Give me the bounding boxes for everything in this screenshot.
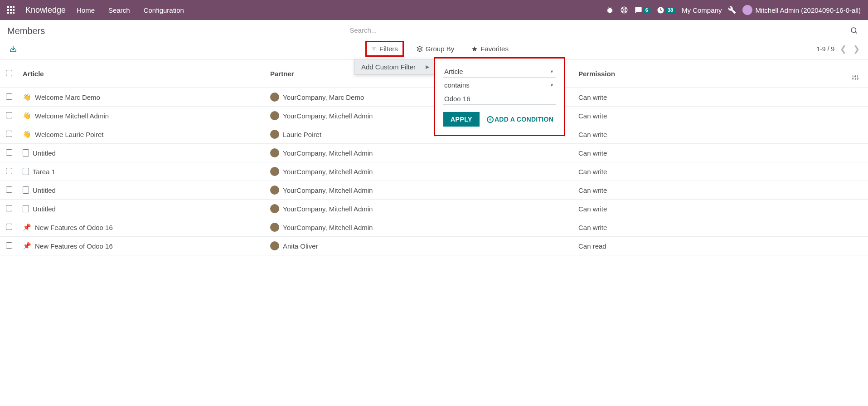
add-condition-button[interactable]: + ADD A CONDITION <box>487 116 553 123</box>
apps-menu-icon[interactable] <box>7 6 15 14</box>
filter-value-input[interactable] <box>443 93 556 105</box>
column-settings-icon[interactable] <box>852 66 859 81</box>
table-row[interactable]: 📌New Features of Odoo 16 Anita Oliver Ca… <box>0 237 868 255</box>
pager-text[interactable]: 1-9 / 9 <box>816 45 834 53</box>
row-checkbox[interactable] <box>6 205 12 211</box>
permission-text: Can write <box>578 93 607 101</box>
page-title: Members <box>7 26 45 36</box>
article-text: Untitled <box>33 149 56 157</box>
support-icon[interactable] <box>620 6 628 14</box>
bug-icon[interactable] <box>606 6 614 14</box>
partner-cell: YourCompany, Mitchell Admin <box>270 167 549 176</box>
user-name: Mitchell Admin (20204090-16-0-all) <box>755 6 861 14</box>
permission-text: Can write <box>578 205 607 213</box>
pager: 1-9 / 9 ❮ ❯ <box>816 43 861 55</box>
svg-line-4 <box>621 11 623 12</box>
row-checkbox[interactable] <box>6 242 12 249</box>
cp-top: Members <box>7 24 861 37</box>
add-custom-filter-item[interactable]: Add Custom Filter ▶ <box>355 59 436 74</box>
wave-icon: 👋 <box>23 93 31 101</box>
search-input[interactable] <box>349 24 847 36</box>
permission-text: Can write <box>578 168 607 176</box>
row-checkbox[interactable] <box>6 224 12 230</box>
pager-prev-icon[interactable]: ❮ <box>839 43 848 55</box>
partner-text: YourCompany, Mitchell Admin <box>283 112 373 120</box>
row-checkbox[interactable] <box>6 131 12 137</box>
avatar-icon <box>270 167 279 176</box>
select-all-checkbox[interactable] <box>6 70 12 76</box>
table-row[interactable]: 📌New Features of Odoo 16 YourCompany, Mi… <box>0 218 868 237</box>
row-checkbox[interactable] <box>6 112 12 118</box>
header-permission[interactable]: Permission <box>554 60 847 88</box>
partner-text: YourCompany, Mitchell Admin <box>283 168 373 176</box>
cp-bottom: Filters Group By Favorites 1-9 / 9 ❮ ❯ <box>7 41 861 57</box>
nav-configuration[interactable]: Configuration <box>141 5 187 16</box>
caret-right-icon: ▶ <box>426 64 429 70</box>
pager-next-icon[interactable]: ❯ <box>852 43 861 55</box>
group-by-label: Group By <box>426 45 454 53</box>
wave-icon: 👋 <box>23 130 31 138</box>
top-navbar: Knowledge Home Search Configuration 6 38… <box>0 0 868 20</box>
permission-text: Can read <box>578 242 606 250</box>
company-switcher[interactable]: My Company <box>682 6 722 14</box>
pin-icon: 📌 <box>23 223 31 231</box>
table-row[interactable]: Untitled YourCompany, Mitchell Admin Can… <box>0 144 868 162</box>
activities-badge: 38 <box>665 7 675 13</box>
user-menu[interactable]: Mitchell Admin (20204090-16-0-all) <box>742 5 861 15</box>
article-text: Untitled <box>33 186 56 194</box>
debug-tools-icon[interactable] <box>728 6 736 14</box>
partner-text: YourCompany, Mitchell Admin <box>283 205 373 213</box>
permission-text: Can write <box>578 131 607 138</box>
article-text: New Features of Odoo 16 <box>35 224 113 231</box>
nav-home[interactable]: Home <box>74 5 97 16</box>
svg-line-3 <box>625 8 626 9</box>
svg-line-8 <box>855 32 857 33</box>
filters-dropdown: Add Custom Filter ▶ <box>354 59 436 75</box>
doc-icon <box>23 205 29 212</box>
svg-point-1 <box>623 9 625 11</box>
avatar-icon <box>270 130 279 139</box>
article-cell: Untitled <box>23 149 261 157</box>
search-options: Filters Group By Favorites <box>365 41 513 57</box>
table-row[interactable]: Untitled YourCompany, Mitchell Admin Can… <box>0 200 868 218</box>
partner-cell: Anita Oliver <box>270 241 549 250</box>
nav-search[interactable]: Search <box>106 5 133 16</box>
add-custom-filter-label: Add Custom Filter <box>361 63 416 71</box>
search-wrap <box>349 24 861 37</box>
plus-circle-icon: + <box>487 116 494 123</box>
row-checkbox[interactable] <box>6 186 12 193</box>
avatar-icon <box>270 186 279 195</box>
filters-label: Filters <box>379 45 398 53</box>
article-cell: Tarea 1 <box>23 168 261 176</box>
permission-text: Can write <box>578 112 607 120</box>
group-by-button[interactable]: Group By <box>412 41 459 57</box>
apply-button[interactable]: APPLY <box>443 112 480 127</box>
article-text: Untitled <box>33 205 56 213</box>
row-checkbox[interactable] <box>6 149 12 156</box>
app-brand[interactable]: Knowledge <box>25 5 66 15</box>
partner-text: YourCompany, Marc Demo <box>283 93 364 101</box>
filters-button[interactable]: Filters <box>365 41 404 57</box>
navbar-right: 6 38 My Company Mitchell Admin (20204090… <box>606 5 861 15</box>
permission-text: Can write <box>578 186 607 194</box>
row-checkbox[interactable] <box>6 168 12 174</box>
filter-field-select[interactable]: Article <box>443 66 556 78</box>
favorites-button[interactable]: Favorites <box>467 41 513 57</box>
search-icon[interactable] <box>847 26 861 34</box>
messages-icon[interactable]: 6 <box>635 6 650 14</box>
article-text: New Features of Odoo 16 <box>35 242 113 250</box>
activities-icon[interactable]: 38 <box>657 6 675 14</box>
avatar-icon <box>270 111 279 120</box>
header-settings <box>847 60 868 88</box>
filter-operator-select[interactable]: contains <box>443 79 556 91</box>
pin-icon: 📌 <box>23 242 31 250</box>
table-row[interactable]: Tarea 1 YourCompany, Mitchell Admin Can … <box>0 162 868 181</box>
table-row[interactable]: Untitled YourCompany, Mitchell Admin Can… <box>0 181 868 200</box>
doc-icon <box>23 168 29 175</box>
article-cell: 👋Welcome Marc Demo <box>23 93 261 101</box>
header-article[interactable]: Article <box>18 60 266 88</box>
permission-text: Can write <box>578 224 607 231</box>
export-icon[interactable] <box>7 43 19 55</box>
avatar-icon <box>270 241 279 250</box>
row-checkbox[interactable] <box>6 93 12 100</box>
